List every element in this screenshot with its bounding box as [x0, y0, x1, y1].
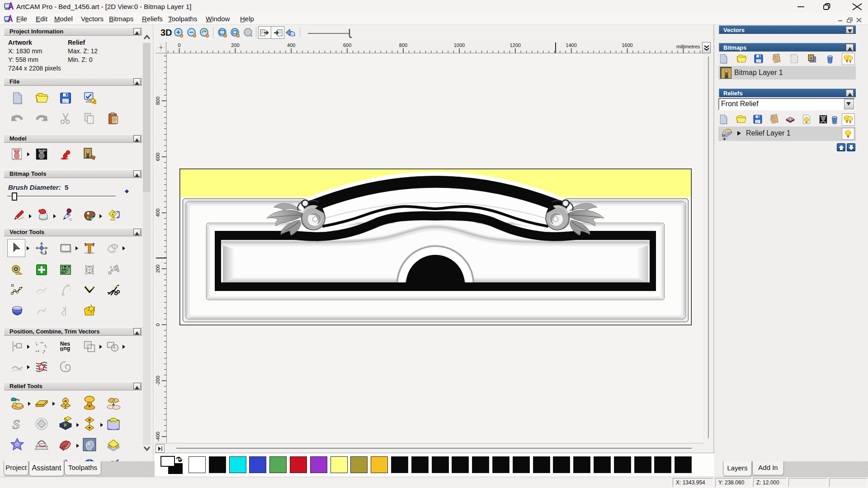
svg-text:S: S: [12, 417, 20, 432]
svg-text:1400: 1400: [566, 42, 576, 48]
svg-text:400: 400: [156, 209, 160, 217]
svg-text:o n: o n: [42, 350, 46, 353]
svg-text:ABC: ABC: [61, 267, 69, 272]
svg-text:200: 200: [156, 265, 160, 273]
svg-text:b: b: [64, 422, 66, 427]
svg-text:800: 800: [156, 97, 160, 105]
svg-text:400: 400: [287, 42, 295, 48]
svg-text:-200: -200: [156, 375, 160, 385]
svg-text:0: 0: [178, 42, 180, 48]
svg-text:1000: 1000: [454, 42, 465, 48]
svg-text:u r: u r: [35, 342, 38, 346]
svg-text:t e: t e: [40, 341, 43, 344]
svg-text:0: 0: [156, 324, 160, 326]
svg-text:a c: a c: [35, 350, 39, 353]
svg-text:x t: x t: [44, 344, 48, 348]
svg-text:1200: 1200: [509, 42, 520, 48]
svg-text:800: 800: [399, 42, 407, 48]
svg-text:600: 600: [343, 42, 351, 48]
svg-text:-400: -400: [156, 432, 160, 441]
svg-text:600: 600: [156, 153, 160, 161]
svg-text:1600: 1600: [622, 42, 632, 48]
svg-text:200: 200: [231, 42, 239, 48]
svg-text:ting: ting: [60, 345, 70, 353]
